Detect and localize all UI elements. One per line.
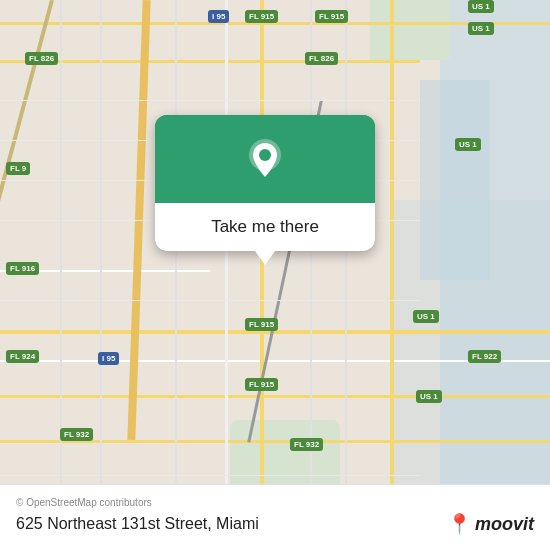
location-pin-icon	[241, 135, 289, 183]
shield-fl826-1: FL 826	[25, 52, 58, 65]
shield-fl922: FL 922	[468, 350, 501, 363]
shield-us1-mid: US 1	[455, 138, 481, 151]
shield-fl915-mid: FL 915	[245, 318, 278, 331]
road-v5	[60, 0, 62, 550]
road-h6	[0, 395, 550, 398]
moovit-pin-icon: 📍	[447, 512, 472, 536]
road-v6	[100, 0, 102, 550]
shield-fl916: FL 916	[6, 262, 39, 275]
street-5	[0, 300, 420, 301]
shield-fl924: FL 924	[6, 350, 39, 363]
shield-fl915-1: FL 915	[245, 10, 278, 23]
attribution-text: © OpenStreetMap contributors	[16, 497, 534, 508]
shield-i95-top: I 95	[208, 10, 229, 23]
shield-i95-lower: I 95	[98, 352, 119, 365]
road-v4	[390, 0, 394, 550]
shield-us1-5: US 1	[416, 390, 442, 403]
map-popup: Take me there	[155, 115, 375, 251]
shield-fl915-lower: FL 915	[245, 378, 278, 391]
address-label: 625 Northeast 131st Street, Miami	[16, 515, 259, 533]
moovit-text: moovit	[475, 514, 534, 535]
road-h2	[0, 60, 420, 63]
shield-fl932-2: FL 932	[290, 438, 323, 451]
street-6	[0, 475, 420, 476]
road-v9	[345, 0, 347, 550]
shield-fl915-2: FL 915	[315, 10, 348, 23]
street-1	[0, 100, 420, 101]
residential-grid	[0, 0, 550, 550]
shield-us1-top: US 1	[468, 22, 494, 35]
road-v7	[175, 0, 177, 550]
road-v8	[310, 0, 312, 550]
shield-fl9: FL 9	[6, 162, 30, 175]
shield-us1-lower: US 1	[413, 310, 439, 323]
map-container: I 95 FL 915 FL 915 FL 826 FL 826 US 1 US…	[0, 0, 550, 550]
bottom-bar: © OpenStreetMap contributors 625 Northea…	[0, 484, 550, 550]
bottom-bar-content: 625 Northeast 131st Street, Miami 📍 moov…	[16, 512, 534, 536]
moovit-logo: 📍 moovit	[447, 512, 534, 536]
shield-us1-top2: US 1	[468, 0, 494, 13]
road-v2	[225, 0, 228, 550]
popup-tail	[255, 251, 275, 265]
take-me-there-label[interactable]: Take me there	[211, 217, 319, 236]
popup-top	[155, 115, 375, 203]
popup-bottom[interactable]: Take me there	[155, 203, 375, 251]
shield-fl826-2: FL 826	[305, 52, 338, 65]
road-fl915	[260, 0, 264, 550]
shield-fl932-1: FL 932	[60, 428, 93, 441]
svg-point-1	[259, 149, 271, 161]
